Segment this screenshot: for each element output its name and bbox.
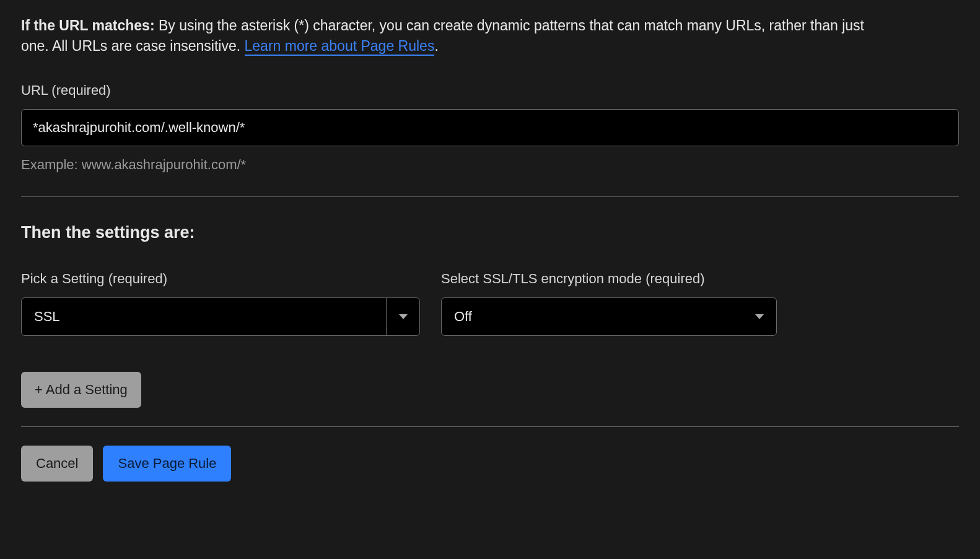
pick-setting-value: SSL <box>22 307 386 327</box>
settings-heading: Then the settings are: <box>21 221 959 245</box>
url-input[interactable] <box>21 109 959 146</box>
footer-divider <box>21 426 959 427</box>
intro-period: . <box>434 38 438 54</box>
learn-more-link[interactable]: Learn more about Page Rules <box>245 38 435 56</box>
pick-setting-select[interactable]: SSL <box>21 297 420 336</box>
footer-actions: Cancel Save Page Rule <box>21 446 959 482</box>
ssl-mode-label: Select SSL/TLS encryption mode (required… <box>441 269 777 289</box>
ssl-mode-select[interactable]: Off <box>441 297 777 336</box>
save-page-rule-button[interactable]: Save Page Rule <box>103 446 231 482</box>
url-example-text: Example: www.akashrajpurohit.com/* <box>21 155 959 175</box>
chevron-down-icon <box>399 314 408 319</box>
settings-row: Pick a Setting (required) SSL Select SSL… <box>21 269 959 336</box>
url-match-description: If the URL matches: By using the asteris… <box>21 15 876 57</box>
pick-setting-caret-box <box>386 298 419 335</box>
chevron-down-icon <box>755 314 764 319</box>
ssl-mode-value: Off <box>442 307 743 327</box>
url-field-label: URL (required) <box>21 81 959 100</box>
pick-setting-label: Pick a Setting (required) <box>21 269 420 289</box>
section-divider <box>21 196 959 197</box>
intro-bold-prefix: If the URL matches: <box>21 17 155 33</box>
add-setting-button[interactable]: + Add a Setting <box>21 372 141 408</box>
ssl-mode-caret <box>743 314 776 319</box>
cancel-button[interactable]: Cancel <box>21 446 93 482</box>
